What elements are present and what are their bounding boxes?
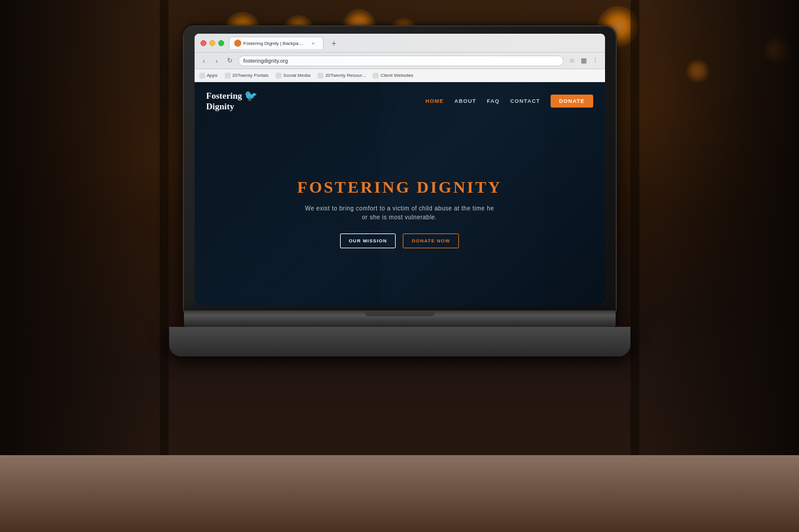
website-inner: Fostering Dignity 🐦 HOME ABOUT FAQ CONTA…	[195, 82, 605, 306]
bookmark-social[interactable]: Social Media	[276, 73, 310, 79]
maximize-button[interactable]	[218, 40, 224, 46]
bookmark-clients[interactable]: Client Websites	[373, 73, 413, 79]
browser-addressbar: ‹ › ↻ fosteringdignity.org ☆ ▦ ⋮	[195, 53, 605, 69]
social-icon	[276, 73, 282, 79]
forward-button[interactable]: ›	[212, 56, 222, 66]
site-logo: Fostering Dignity 🐦	[206, 90, 258, 112]
laptop: Fostering Dignity | Backpacks × + ‹ › ↻ …	[184, 27, 616, 356]
nav-contact[interactable]: CONTACT	[510, 98, 540, 104]
bookmark-social-label: Social Media	[283, 73, 310, 78]
resources-icon	[318, 73, 324, 79]
back-button[interactable]: ‹	[199, 56, 209, 66]
tab-label: Fostering Dignity | Backpacks	[244, 41, 305, 46]
bookmarks-bar: Apps 20Twenty Portals Social Media 20Twe…	[195, 69, 605, 82]
refresh-button[interactable]: ↻	[225, 56, 235, 66]
browser-chrome: Fostering Dignity | Backpacks × + ‹ › ↻ …	[195, 34, 605, 306]
nav-home[interactable]: HOME	[425, 98, 444, 104]
bookmark-resources[interactable]: 20Twenty Resour...	[318, 73, 365, 79]
nav-donate-button[interactable]: DONATE	[551, 95, 593, 108]
new-tab-button[interactable]: +	[328, 37, 340, 49]
bookmark-clients-label: Client Websites	[380, 73, 413, 78]
traffic-lights	[200, 40, 224, 46]
cast-icon[interactable]: ▦	[579, 56, 588, 66]
laptop-screen-outer: Fostering Dignity | Backpacks × + ‹ › ↻ …	[184, 27, 616, 310]
laptop-base	[184, 310, 616, 327]
logo-text-line2: Dignity	[206, 101, 242, 112]
browser-titlebar: Fostering Dignity | Backpacks × +	[195, 34, 605, 53]
menu-button[interactable]: ⋮	[591, 56, 600, 66]
apps-icon	[199, 73, 205, 79]
bookmark-portals[interactable]: 20Twenty Portals	[225, 73, 269, 79]
nav-about[interactable]: ABOUT	[454, 98, 476, 104]
table-surface	[0, 455, 799, 532]
bookmark-apps[interactable]: Apps	[199, 73, 218, 79]
donate-now-button[interactable]: DONATE NOW	[403, 233, 459, 248]
portals-icon	[225, 73, 231, 79]
nav-faq[interactable]: FAQ	[487, 98, 500, 104]
hero-content: FOSTERING DIGNITY We exist to bring comf…	[195, 120, 605, 306]
tab-favicon	[234, 40, 241, 47]
our-mission-button[interactable]: OUR MISSION	[340, 233, 396, 248]
website-content: Fostering Dignity 🐦 HOME ABOUT FAQ CONTA…	[195, 82, 605, 306]
hero-buttons: OUR MISSION DONATE NOW	[340, 233, 460, 248]
browser-actions: ☆ ▦ ⋮	[567, 56, 600, 66]
hero-subtitle: We exist to bring comfort to a victim of…	[305, 204, 494, 222]
logo-bird-icon: 🐦	[244, 89, 257, 102]
laptop-keyboard-area	[169, 327, 630, 356]
address-bar[interactable]: fosteringdignity.org	[238, 56, 564, 66]
laptop-screen-bezel: Fostering Dignity | Backpacks × + ‹ › ↻ …	[195, 34, 605, 306]
clients-icon	[373, 73, 379, 79]
close-button[interactable]	[200, 40, 206, 46]
bookmark-resources-label: 20Twenty Resour...	[325, 73, 365, 78]
active-tab[interactable]: Fostering Dignity | Backpacks ×	[229, 37, 324, 49]
tab-close-button[interactable]: ×	[310, 40, 317, 47]
hero-title: FOSTERING DIGNITY	[297, 178, 502, 197]
bookmark-star[interactable]: ☆	[567, 56, 577, 66]
bookmark-apps-label: Apps	[207, 73, 218, 78]
site-nav: Fostering Dignity 🐦 HOME ABOUT FAQ CONTA…	[195, 82, 605, 120]
bookmark-portals-label: 20Twenty Portals	[232, 73, 269, 78]
right-shadow	[633, 0, 799, 473]
url-text: fosteringdignity.org	[244, 58, 288, 64]
minimize-button[interactable]	[209, 40, 215, 46]
nav-links: HOME ABOUT FAQ CONTACT DONATE	[425, 95, 593, 108]
left-shadow	[0, 0, 166, 473]
logo-text-line1: Fostering	[206, 90, 242, 101]
